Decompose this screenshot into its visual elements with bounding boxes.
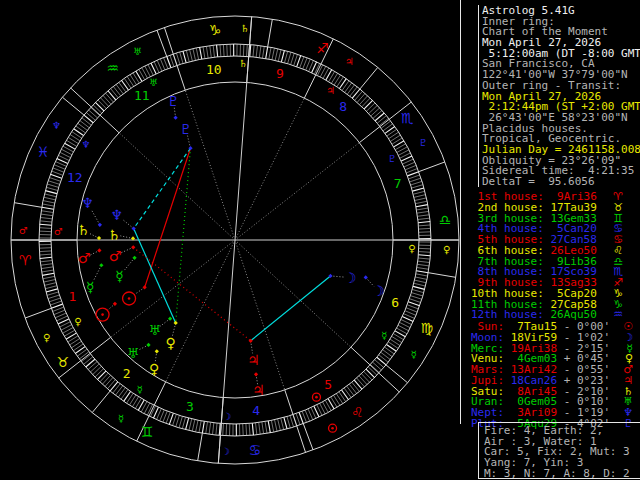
house-cusp-line	[235, 240, 351, 347]
degree-tick	[408, 302, 419, 306]
degree-tick	[182, 417, 185, 429]
degree-tick	[416, 205, 428, 207]
degree-tick	[368, 367, 377, 375]
degree-tick	[359, 376, 367, 385]
leader-line	[187, 136, 190, 149]
degree-tick	[278, 419, 281, 431]
degree-tick	[40, 261, 52, 262]
leader-line	[89, 233, 99, 238]
degree-tick	[39, 231, 51, 232]
degree-tick	[385, 347, 395, 354]
degree-tick	[281, 50, 284, 62]
sign-glyph-virgo: ♍	[421, 320, 434, 336]
summary-line: M: 3, N: 7, A: 8, D: 2	[484, 469, 630, 480]
degree-tick	[49, 177, 60, 181]
house-cusp-line	[111, 240, 235, 337]
degree-tick	[44, 194, 56, 197]
sign-glyph-aries: ♈	[19, 252, 32, 268]
degree-tick	[371, 108, 380, 116]
degree-tick	[419, 252, 431, 253]
transit-glyph-saturn: ♄	[77, 222, 90, 238]
degree-tick	[107, 380, 115, 389]
degree-tick	[417, 268, 429, 270]
degree-tick	[100, 373, 108, 382]
degree-tick	[196, 420, 198, 432]
house-number-12: 12	[67, 170, 83, 185]
sign-boundary-line	[62, 97, 84, 115]
natal-glyph-mercury: ☿	[115, 268, 124, 284]
sign-glyph-libra: ♎	[439, 212, 452, 228]
degree-tick	[342, 390, 349, 400]
degree-tick	[347, 386, 354, 396]
degree-tick	[172, 414, 176, 425]
degree-tick	[414, 283, 426, 286]
degree-tick	[110, 382, 118, 391]
degree-tick	[412, 188, 424, 191]
degree-tick	[40, 257, 52, 258]
transit-glyph-moon: ☽	[372, 283, 385, 299]
degree-tick	[44, 197, 56, 200]
house-cusp-line	[166, 240, 235, 382]
degree-tick	[284, 51, 287, 63]
degree-tick	[41, 267, 53, 269]
leader-line	[122, 219, 133, 228]
degree-tick	[53, 168, 64, 172]
house-number-2: 2	[123, 366, 131, 381]
degree-tick	[44, 283, 56, 286]
degree-tick	[118, 388, 125, 398]
sidebar: Astrolog 5.41GInner ring:Chart of the Mo…	[461, 0, 640, 480]
ruler-glyph: ♂	[54, 226, 63, 237]
degree-tick	[47, 292, 59, 295]
sign-glyph-aquarius: ♒	[106, 60, 119, 76]
degree-tick	[288, 52, 291, 63]
ruler-glyph: ☽	[222, 411, 231, 422]
degree-tick	[364, 100, 372, 109]
degree-tick	[272, 48, 274, 60]
degree-tick	[183, 51, 186, 63]
degree-tick	[66, 333, 76, 339]
degree-tick	[82, 118, 91, 125]
degree-tick	[411, 293, 422, 296]
degree-tick	[186, 418, 189, 430]
degree-tick	[105, 378, 113, 387]
degree-tick	[345, 83, 352, 93]
degree-tick	[42, 273, 54, 275]
degree-tick	[284, 417, 287, 429]
degree-tick	[88, 362, 97, 370]
degree-tick	[48, 295, 59, 299]
degree-tick	[220, 45, 221, 57]
degree-tick	[43, 276, 55, 278]
house-number-6: 6	[391, 295, 399, 310]
house-number-5: 5	[324, 377, 332, 392]
degree-tick	[249, 423, 250, 435]
degree-tick	[216, 423, 217, 435]
degree-tick	[246, 424, 247, 436]
element-summary: Fire: 4, Earth: 2,Air : 3, Water: 1Car: …	[484, 426, 630, 479]
sidebar-border	[478, 5, 479, 187]
degree-tick	[170, 55, 174, 66]
degree-tick	[193, 49, 196, 61]
degree-tick	[95, 102, 104, 110]
transit-glyph-mercury: ☿	[86, 279, 95, 295]
leader-line	[120, 236, 133, 239]
degree-tick	[296, 414, 300, 425]
degree-tick	[54, 310, 65, 315]
degree-tick	[108, 91, 116, 100]
degree-tick	[405, 165, 416, 170]
transit-dot-pluto	[173, 116, 177, 120]
degree-tick	[42, 204, 54, 206]
degree-tick	[352, 89, 360, 98]
degree-tick	[347, 85, 354, 95]
degree-tick	[334, 75, 340, 85]
degree-tick	[362, 98, 370, 107]
degree-tick	[415, 280, 427, 283]
aspect-line-neptune-venus	[134, 229, 176, 323]
degree-tick	[303, 58, 307, 69]
zodiac-sign-icon: ♒	[613, 310, 623, 321]
ruler-glyph: ☿	[118, 413, 124, 424]
degree-tick	[411, 181, 422, 185]
degree-tick	[418, 261, 430, 262]
degree-tick	[132, 397, 138, 407]
degree-tick	[419, 228, 431, 229]
sign-boundary-line	[268, 19, 273, 47]
